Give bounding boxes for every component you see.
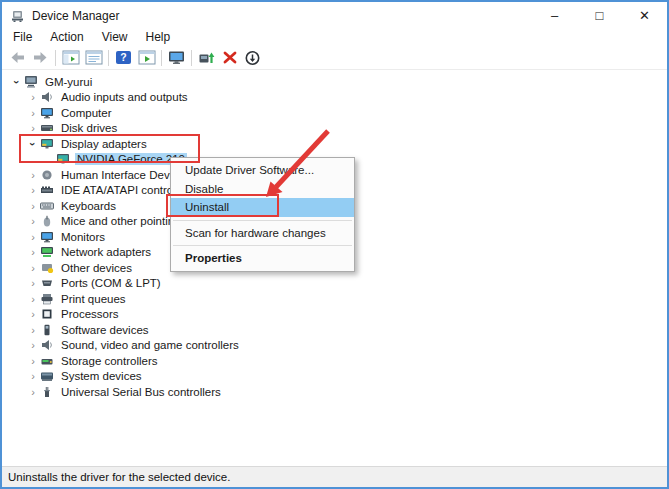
tree-item-label: Storage controllers	[59, 355, 160, 367]
device-manager-window: Device Manager –□✕ FileActionViewHelp ? …	[0, 0, 669, 489]
toolbar-separator	[55, 50, 56, 66]
tree-item-label: Sound, video and game controllers	[59, 339, 241, 351]
chevron-collapsed-icon[interactable]: ›	[26, 292, 40, 306]
chevron-collapsed-icon[interactable]: ›	[26, 354, 40, 368]
tree-item-label: Keyboards	[59, 200, 118, 212]
maximize-button[interactable]: □	[577, 2, 622, 29]
chevron-collapsed-icon[interactable]: ›	[26, 106, 40, 120]
tree-item-label: Processors	[59, 308, 121, 320]
software-icon	[40, 324, 55, 336]
chevron-collapsed-icon[interactable]: ›	[26, 199, 40, 213]
tree-row-display-adapters[interactable]: ›Display adapters	[2, 136, 667, 152]
chevron-collapsed-icon[interactable]: ›	[26, 230, 40, 244]
window-title: Device Manager	[32, 9, 119, 23]
tree-item-label: Computer	[59, 107, 114, 119]
menu-bar: FileActionViewHelp	[2, 29, 667, 46]
status-text: Uninstalls the driver for the selected d…	[8, 471, 230, 483]
tree-row-software-devices[interactable]: ›Software devices	[2, 322, 667, 338]
context-menu-item-uninstall[interactable]: Uninstall	[171, 198, 354, 217]
tree-row-gm-yurui[interactable]: ›GM-yurui	[2, 74, 667, 90]
update-driver-icon[interactable]	[195, 47, 218, 68]
tree-row-processors[interactable]: ›Processors	[2, 307, 667, 323]
toolbar: ?	[2, 46, 667, 70]
minimize-button[interactable]: –	[532, 2, 577, 29]
chevron-collapsed-icon[interactable]: ›	[26, 307, 40, 321]
menubar-item-view[interactable]: View	[93, 29, 137, 46]
console-tree-icon[interactable]	[59, 47, 82, 68]
tree-row-system-devices[interactable]: ›System devices	[2, 369, 667, 385]
tree-item-label: GM-yurui	[43, 76, 94, 88]
window-controls: –□✕	[532, 2, 667, 29]
usb-icon	[40, 386, 55, 398]
menubar-item-help[interactable]: Help	[137, 29, 180, 46]
mouse-icon	[40, 215, 55, 227]
chevron-collapsed-icon[interactable]: ›	[26, 323, 40, 337]
tree-row-disk-drives[interactable]: ›Disk drives	[2, 121, 667, 137]
menubar-item-action[interactable]: Action	[41, 29, 92, 46]
tree-item-label: Display adapters	[59, 138, 149, 150]
keyboard-icon	[40, 200, 55, 212]
audio-icon	[40, 339, 55, 351]
audio-icon	[40, 91, 55, 103]
tree-item-label: Ports (COM & LPT)	[59, 277, 163, 289]
monitor-icon	[40, 107, 55, 119]
tree-item-label: Other devices	[59, 262, 134, 274]
chevron-collapsed-icon[interactable]: ›	[26, 261, 40, 275]
properties-icon[interactable]	[82, 47, 105, 68]
chevron-expanded-icon[interactable]: ›	[10, 75, 24, 89]
status-bar: Uninstalls the driver for the selected d…	[2, 466, 667, 487]
network-icon	[40, 246, 55, 258]
tree-row-audio-inputs-and-outputs[interactable]: ›Audio inputs and outputs	[2, 90, 667, 106]
help-icon[interactable]: ?	[112, 47, 135, 68]
chevron-collapsed-icon[interactable]: ›	[26, 183, 40, 197]
device-manager-icon	[10, 8, 26, 23]
chevron-collapsed-icon[interactable]: ›	[26, 214, 40, 228]
action-pane-icon[interactable]	[135, 47, 158, 68]
context-menu-item-scan-for-hardware-changes[interactable]: Scan for hardware changes	[171, 224, 354, 243]
tree-row-universal-serial-bus-controllers[interactable]: ›Universal Serial Bus controllers	[2, 384, 667, 400]
chevron-collapsed-icon[interactable]: ›	[26, 245, 40, 259]
other-icon	[40, 262, 55, 274]
tree-row-storage-controllers[interactable]: ›Storage controllers	[2, 353, 667, 369]
context-menu-item-update-driver-software[interactable]: Update Driver Software...	[171, 161, 354, 180]
chevron-collapsed-icon[interactable]: ›	[26, 90, 40, 104]
tree-row-sound-video-and-game-controllers[interactable]: ›Sound, video and game controllers	[2, 338, 667, 354]
chevron-expanded-icon[interactable]: ›	[26, 137, 40, 151]
disable-icon[interactable]	[241, 47, 264, 68]
context-menu-separator	[173, 220, 352, 221]
ports-icon	[40, 277, 55, 289]
forward-icon[interactable]	[29, 47, 52, 68]
chevron-collapsed-icon[interactable]: ›	[26, 121, 40, 135]
tree-item-label: Disk drives	[59, 122, 119, 134]
tree-item-label: Print queues	[59, 293, 128, 305]
display-icon	[56, 153, 71, 165]
menubar-item-file[interactable]: File	[4, 29, 41, 46]
ide-icon	[40, 184, 55, 196]
chevron-collapsed-icon[interactable]: ›	[26, 385, 40, 399]
chevron-collapsed-icon[interactable]: ›	[26, 338, 40, 352]
computer-icon[interactable]	[165, 47, 188, 68]
close-button[interactable]: ✕	[622, 2, 667, 29]
context-menu-item-properties[interactable]: Properties	[171, 249, 354, 268]
display-icon	[40, 138, 55, 150]
context-menu-separator	[173, 245, 352, 246]
context-menu: Update Driver Software...DisableUninstal…	[170, 157, 355, 272]
toolbar-separator	[161, 50, 162, 66]
processor-icon	[40, 308, 55, 320]
print-icon	[40, 293, 55, 305]
tree-item-label: System devices	[59, 370, 144, 382]
tree-row-computer[interactable]: ›Computer	[2, 105, 667, 121]
chevron-collapsed-icon[interactable]: ›	[26, 276, 40, 290]
tree-item-label: Network adapters	[59, 246, 153, 258]
tree-row-ports-com-lpt[interactable]: ›Ports (COM & LPT)	[2, 276, 667, 292]
uninstall-icon[interactable]	[218, 47, 241, 68]
chevron-collapsed-icon[interactable]: ›	[26, 369, 40, 383]
context-menu-item-disable[interactable]: Disable	[171, 180, 354, 199]
back-icon[interactable]	[6, 47, 29, 68]
tree-row-print-queues[interactable]: ›Print queues	[2, 291, 667, 307]
tree-item-label: Software devices	[59, 324, 151, 336]
tree-item-label: Universal Serial Bus controllers	[59, 386, 223, 398]
chevron-collapsed-icon[interactable]: ›	[26, 168, 40, 182]
system-icon	[40, 370, 55, 382]
tree-item-label: Audio inputs and outputs	[59, 91, 190, 103]
